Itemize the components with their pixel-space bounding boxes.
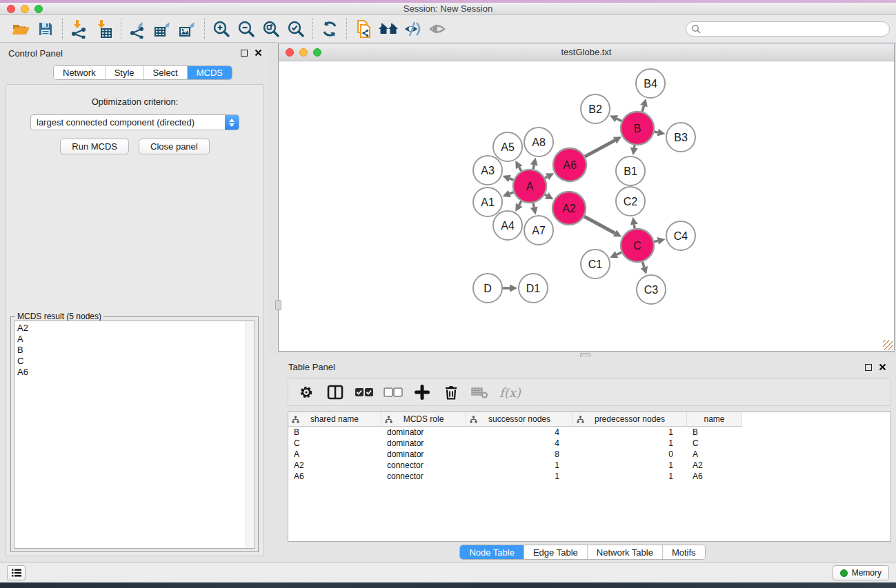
graph-edge[interactable] bbox=[545, 176, 547, 178]
table-cell[interactable]: A6 bbox=[687, 471, 742, 482]
table-row[interactable]: A2connector11A2 bbox=[288, 460, 890, 471]
table-cell[interactable]: C bbox=[687, 438, 742, 449]
graph-edge[interactable] bbox=[533, 203, 534, 207]
tab-node-table[interactable]: Node Table bbox=[460, 545, 524, 559]
graph-edge[interactable] bbox=[584, 216, 615, 233]
save-session-button[interactable] bbox=[34, 18, 57, 40]
vertical-splitter-grip[interactable] bbox=[275, 300, 281, 310]
table-cell[interactable]: B bbox=[288, 427, 381, 438]
memory-button[interactable]: Memory bbox=[833, 565, 889, 580]
close-panel-button[interactable]: Close panel bbox=[139, 139, 210, 154]
table-cell[interactable]: 1 bbox=[466, 460, 573, 471]
graph-edge[interactable] bbox=[510, 179, 514, 180]
network-canvas[interactable]: B4B2BB3A8A5A6A3B1AA1C2A2A4A7C4CC1C3DD1 bbox=[279, 61, 894, 351]
optimization-criterion-dropdown[interactable]: largest connected component (directed) bbox=[30, 114, 239, 130]
export-image-button[interactable] bbox=[177, 18, 199, 40]
table-cell[interactable]: dominator bbox=[381, 427, 466, 438]
table-cell[interactable]: 1 bbox=[573, 438, 687, 449]
task-history-button[interactable] bbox=[7, 565, 26, 580]
add-column-button[interactable] bbox=[411, 381, 433, 403]
zoom-in-button[interactable] bbox=[210, 18, 232, 40]
table-cell[interactable]: dominator bbox=[381, 449, 466, 460]
delete-column-button[interactable] bbox=[440, 381, 462, 403]
column-header-successor-nodes[interactable]: successor nodes bbox=[466, 412, 573, 427]
graph-edge[interactable] bbox=[642, 106, 644, 112]
network-graph[interactable]: B4B2BB3A8A5A6A3B1AA1C2A2A4A7C4CC1C3DD1 bbox=[279, 61, 894, 351]
duplicate-network-button[interactable] bbox=[352, 18, 375, 40]
tab-motifs[interactable]: Motifs bbox=[663, 545, 705, 559]
table-cell[interactable]: B bbox=[687, 427, 742, 438]
hide-graphics-details-button[interactable] bbox=[402, 18, 424, 40]
mcds-result-item[interactable]: A6 bbox=[17, 367, 245, 378]
table-cell[interactable]: 0 bbox=[573, 449, 687, 460]
table-cell[interactable]: 4 bbox=[466, 427, 573, 438]
tab-network[interactable]: Network bbox=[54, 66, 106, 79]
tab-select[interactable]: Select bbox=[144, 66, 188, 79]
table-cell[interactable]: 1 bbox=[573, 427, 687, 438]
table-row[interactable]: Bdominator41B bbox=[288, 427, 890, 438]
table-settings-button[interactable] bbox=[295, 381, 317, 403]
window-resize-grip[interactable] bbox=[883, 340, 893, 350]
table-cell[interactable]: C bbox=[288, 438, 381, 449]
mcds-result-item[interactable]: A2 bbox=[17, 323, 245, 334]
delete-table-button[interactable] bbox=[469, 381, 491, 403]
graph-edge[interactable] bbox=[617, 119, 621, 121]
run-mcds-button[interactable]: Run MCDS bbox=[60, 139, 129, 154]
table-row[interactable]: A6connector11A6 bbox=[288, 471, 890, 482]
table-cell[interactable]: 1 bbox=[573, 460, 687, 471]
zoom-out-button[interactable] bbox=[235, 18, 257, 40]
column-view-button[interactable] bbox=[324, 381, 346, 403]
table-cell[interactable]: dominator bbox=[381, 438, 466, 449]
network-overview-button[interactable] bbox=[377, 18, 399, 40]
mcds-result-list[interactable]: A2ABCA6 bbox=[14, 321, 255, 549]
table-cell[interactable]: A2 bbox=[288, 460, 381, 471]
tab-network-table[interactable]: Network Table bbox=[588, 545, 663, 559]
graph-edge[interactable] bbox=[654, 132, 657, 132]
table-cell[interactable]: 4 bbox=[466, 438, 573, 449]
graph-edge[interactable] bbox=[519, 168, 521, 172]
open-session-button[interactable] bbox=[10, 18, 32, 40]
table-cell[interactable]: connector bbox=[381, 471, 466, 482]
table-cell[interactable]: 1 bbox=[573, 471, 687, 482]
column-header-MCDS-role[interactable]: MCDS role bbox=[381, 412, 466, 427]
select-all-columns-button[interactable] bbox=[353, 381, 375, 403]
table-cell[interactable]: 1 bbox=[466, 471, 573, 482]
table-cell[interactable]: connector bbox=[381, 460, 466, 471]
column-header-name[interactable]: name bbox=[687, 412, 742, 427]
graph-edge[interactable] bbox=[545, 194, 547, 196]
import-table-button[interactable] bbox=[93, 18, 115, 40]
list-scrollbar[interactable] bbox=[246, 321, 255, 548]
table-row[interactable]: Adominator80A bbox=[288, 449, 890, 460]
node-table[interactable]: shared nameMCDS rolesuccessor nodesprede… bbox=[288, 412, 891, 542]
show-graphics-details-button[interactable] bbox=[427, 18, 449, 40]
table-cell[interactable]: A6 bbox=[288, 471, 381, 482]
mcds-result-item[interactable]: C bbox=[17, 356, 245, 367]
float-panel-icon[interactable] bbox=[865, 364, 872, 371]
graph-edge[interactable] bbox=[634, 225, 635, 229]
float-panel-icon[interactable] bbox=[241, 50, 248, 57]
graph-edge[interactable] bbox=[585, 141, 615, 157]
table-cell[interactable]: 8 bbox=[466, 449, 573, 460]
deselect-all-columns-button[interactable] bbox=[382, 381, 404, 403]
close-panel-icon[interactable] bbox=[879, 363, 886, 371]
graph-edge[interactable] bbox=[510, 192, 514, 194]
mcds-result-item[interactable]: A bbox=[17, 334, 245, 345]
graph-edge[interactable] bbox=[654, 241, 657, 241]
mcds-result-item[interactable]: B bbox=[17, 345, 245, 356]
function-builder-button[interactable]: f(x) bbox=[498, 381, 522, 403]
export-network-button[interactable] bbox=[127, 18, 149, 40]
table-cell[interactable]: A2 bbox=[687, 460, 742, 471]
graph-edge[interactable] bbox=[634, 145, 635, 148]
graph-edge[interactable] bbox=[617, 252, 621, 254]
graph-edge[interactable] bbox=[533, 165, 534, 169]
column-header-shared-name[interactable]: shared name bbox=[288, 412, 381, 427]
table-cell[interactable]: A bbox=[288, 449, 381, 460]
export-table-button[interactable] bbox=[152, 18, 174, 40]
graph-edge[interactable] bbox=[519, 201, 521, 205]
zoom-selected-button[interactable] bbox=[285, 18, 307, 40]
tab-edge-table[interactable]: Edge Table bbox=[524, 545, 588, 559]
zoom-fit-button[interactable] bbox=[260, 18, 282, 40]
column-header-predecessor-nodes[interactable]: predecessor nodes bbox=[573, 412, 687, 427]
tab-style[interactable]: Style bbox=[106, 66, 144, 79]
tab-mcds[interactable]: MCDS bbox=[188, 66, 232, 79]
